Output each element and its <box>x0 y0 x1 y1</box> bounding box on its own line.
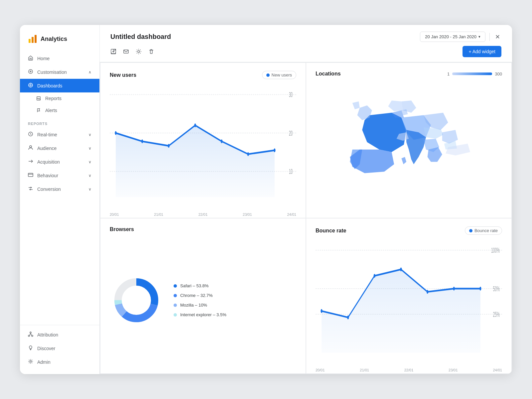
svg-rect-9 <box>28 173 33 177</box>
email-button[interactable] <box>123 49 129 55</box>
br-x-label-2: 21/01 <box>360 368 369 372</box>
bounce-rate-legend: Bounce rate <box>465 226 502 235</box>
add-widget-button[interactable]: + Add widget <box>463 46 501 57</box>
sidebar-bottom: Attribution Discover <box>20 325 99 374</box>
sidebar-title: Analytics <box>41 36 67 43</box>
close-button[interactable]: ✕ <box>494 32 501 42</box>
bounce-rate-chart: 100% 50% 25% <box>316 237 502 365</box>
date-range-button[interactable]: 20 Jan 2020 - 25 Jan 2020 ▾ <box>420 32 485 42</box>
ie-dot <box>174 313 177 317</box>
br-x-label-5: 24/01 <box>493 368 502 372</box>
new-users-svg: 30 20 10 <box>110 82 296 210</box>
acquisition-label: Acquisition <box>37 159 84 165</box>
x-label-1: 20/01 <box>110 212 119 216</box>
safari-label: Safari – 53.8% <box>180 283 208 288</box>
br-x-label-1: 20/01 <box>316 368 325 372</box>
chevron-down-audience-icon: ∨ <box>88 146 91 151</box>
svg-rect-2 <box>35 35 37 43</box>
bounce-rate-title: Bounce rate <box>316 228 346 234</box>
audience-label: Audience <box>37 146 84 151</box>
chevron-down-realtime-icon: ∨ <box>88 132 91 137</box>
dashboard-toolbar: + Add widget <box>110 46 501 62</box>
map-container <box>316 79 502 210</box>
behaviour-label: Behaviour <box>37 173 84 178</box>
bounce-rate-legend-label: Bounce rate <box>474 228 498 233</box>
sidebar-item-attribution[interactable]: Attribution <box>20 328 99 341</box>
map-range-bar <box>452 72 492 75</box>
browsers-content: .donut-segment { transform-origin: cente… <box>110 235 296 365</box>
sidebar-item-home[interactable]: Home <box>20 52 99 65</box>
dashboard-grid: New users New users 30 20 <box>100 62 512 374</box>
sidebar-item-discover[interactable]: Discover <box>20 341 99 355</box>
donut-svg: .donut-segment { transform-origin: cente… <box>110 274 163 327</box>
ie-label: Internet explorer – 3.5% <box>180 312 226 317</box>
sidebar-item-admin[interactable]: Admin <box>20 355 99 369</box>
bounce-rate-legend-dot <box>469 229 472 232</box>
browser-safari: Safari – 53.8% <box>174 283 226 288</box>
arrows-icon <box>28 186 33 192</box>
grid-icon <box>28 82 33 89</box>
arrow-right-icon <box>28 159 33 165</box>
plus-circle-icon <box>28 69 33 75</box>
delete-button[interactable] <box>148 49 154 55</box>
sidebar-item-audience[interactable]: Audience ∨ <box>20 141 99 155</box>
browsers-title: Browsers <box>110 226 134 232</box>
main-content: Untitled dashboard 20 Jan 2020 - 25 Jan … <box>100 25 512 374</box>
chrome-label: Chrome – 32.7% <box>180 293 213 298</box>
sidebar-item-alerts[interactable]: Alerts <box>20 104 99 116</box>
chevron-down-acquisition-icon: ∨ <box>88 160 91 164</box>
delete-icon <box>148 49 154 55</box>
svg-point-47 <box>479 287 481 291</box>
reports-label: Reports <box>45 96 62 101</box>
settings-icon <box>136 49 142 55</box>
svg-rect-15 <box>124 50 128 53</box>
sidebar-item-customisation[interactable]: Customisation ∧ <box>20 65 99 79</box>
svg-point-12 <box>30 332 31 333</box>
settings-button[interactable] <box>136 49 142 55</box>
locations-title: Locations <box>316 71 341 77</box>
browsers-widget: Browsers .donut-segment { transform-orig… <box>100 218 306 373</box>
svg-point-24 <box>141 139 143 143</box>
export-button[interactable] <box>110 49 116 55</box>
new-users-x-axis: 20/01 21/01 22/01 23/01 24/01 <box>110 211 296 216</box>
svg-point-5 <box>30 84 31 86</box>
europe-map-svg <box>316 79 502 210</box>
svg-point-16 <box>138 51 140 53</box>
browser-legend: Safari – 53.8% Chrome – 32.7% Mozilla – … <box>174 283 226 317</box>
app-container: Analytics Home <box>20 25 512 374</box>
locations-widget: Locations 1 300 <box>306 63 511 218</box>
svg-text:20: 20 <box>289 129 293 137</box>
svg-point-27 <box>221 139 222 143</box>
svg-point-13 <box>30 361 32 362</box>
svg-text:50%: 50% <box>493 285 500 293</box>
sidebar-item-behaviour[interactable]: Behaviour ∨ <box>20 169 99 182</box>
sidebar-item-dashboards[interactable]: Dashboards <box>20 79 99 92</box>
browser-ie: Internet explorer – 3.5% <box>174 312 226 317</box>
svg-text:100%: 100% <box>491 246 500 254</box>
svg-point-46 <box>453 287 455 291</box>
header-right: 20 Jan 2020 - 25 Jan 2020 ▾ ✕ <box>420 32 501 42</box>
discover-label: Discover <box>37 346 91 351</box>
browser-chrome: Chrome – 32.7% <box>174 293 226 298</box>
svg-point-26 <box>194 123 196 127</box>
svg-point-25 <box>168 144 170 148</box>
header-divider <box>489 33 490 41</box>
map-range-max: 300 <box>495 71 502 76</box>
mozilla-dot <box>174 304 177 307</box>
clock-icon <box>28 131 33 138</box>
sidebar-item-acquisition[interactable]: Acquisition ∨ <box>20 155 99 169</box>
donut-chart: .donut-segment { transform-origin: cente… <box>110 274 163 327</box>
export-icon <box>110 49 116 55</box>
x-label-4: 23/01 <box>243 212 252 216</box>
bounce-rate-svg: 100% 50% 25% <box>316 237 502 365</box>
dashboard-header: Untitled dashboard 20 Jan 2020 - 25 Jan … <box>100 25 512 62</box>
locations-header: Locations 1 300 <box>316 71 502 77</box>
dashboards-label: Dashboards <box>37 83 91 88</box>
sidebar-item-conversion[interactable]: Conversion ∨ <box>20 182 99 196</box>
svg-point-44 <box>400 267 402 271</box>
br-x-label-3: 22/01 <box>404 368 414 372</box>
map-range: 1 300 <box>447 71 502 76</box>
sidebar-item-reports[interactable]: Reports <box>20 92 99 104</box>
browser-icon <box>28 172 33 179</box>
sidebar-item-realtime[interactable]: Real-time ∨ <box>20 128 99 141</box>
